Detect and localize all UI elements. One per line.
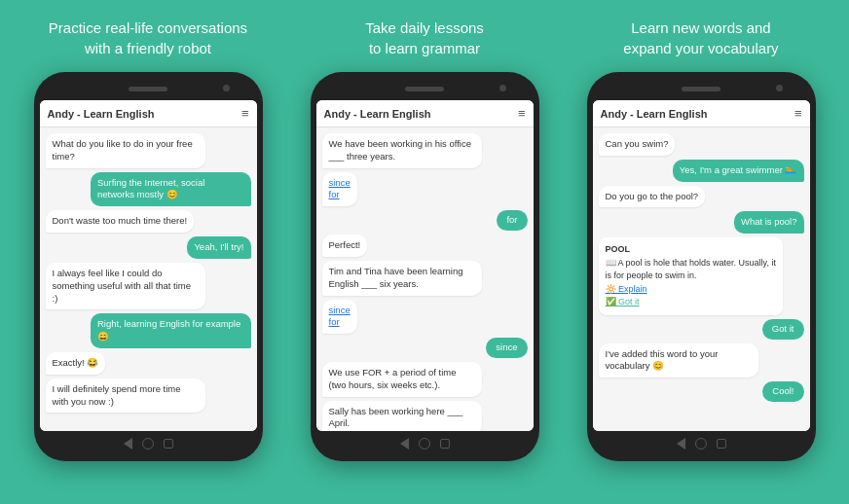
speaker-icon-2	[405, 87, 444, 91]
home-button-icon-2	[419, 438, 430, 450]
msg-p1-2: Surfing the Internet, social networks mo…	[91, 172, 251, 207]
msg-p1-5: I always feel like I could do something …	[46, 263, 206, 309]
hamburger-icon-2: ≡	[518, 106, 526, 121]
caption-3: Learn new words and expand your vocabula…	[574, 18, 828, 58]
hamburger-icon-3: ≡	[794, 106, 802, 121]
msg-p2-2: Perfect!	[322, 234, 368, 257]
msg-p3-2: Yes, I'm a great swimmer 🏊	[673, 160, 804, 182]
back-button-icon	[124, 438, 132, 450]
msg-p2-ans2: since	[486, 338, 527, 358]
camera-icon-2	[499, 85, 506, 91]
phone-3: Andy - Learn English ≡ Can you swim? Yes…	[587, 72, 816, 461]
msg-p2-3: Tim and Tina have been learning English …	[322, 261, 483, 296]
phones-row: Andy - Learn English ≡ What do you like …	[10, 72, 839, 461]
phone-1-chat: What do you like to do in your free time…	[40, 127, 257, 431]
recents-button-icon-3	[717, 439, 726, 449]
phone-1-screen: Andy - Learn English ≡ What do you like …	[40, 100, 257, 431]
home-button-icon-3	[695, 438, 707, 450]
camera-icon-3	[776, 85, 783, 91]
msg-p2-link1: sincefor	[322, 172, 357, 207]
msg-p1-1: What do you like to do in your free time…	[46, 133, 206, 168]
msg-p1-3: Don't waste too much time there!	[46, 210, 195, 233]
phone-2-title: Andy - Learn English	[324, 108, 431, 120]
phone-1-header: Andy - Learn English ≡	[40, 100, 257, 127]
recents-button-icon-2	[440, 439, 450, 449]
camera-icon	[223, 85, 230, 91]
caption-2: Take daily lessons to learn grammar	[298, 18, 551, 58]
phone-1: Andy - Learn English ≡ What do you like …	[34, 72, 263, 461]
msg-p2-1: We have been working in his office ___ t…	[322, 133, 483, 168]
phone-3-bottom-bar	[593, 434, 810, 453]
vocab-gotit-link: ✅ Got it	[606, 296, 777, 309]
speaker-icon	[129, 87, 167, 91]
captions-row: Practice real-life conversations with a …	[10, 18, 839, 58]
phone-1-top-bar	[40, 80, 257, 97]
phone-3-top-bar	[593, 80, 810, 97]
hamburger-icon: ≡	[241, 106, 249, 121]
msg-p2-link2: sincefor	[322, 300, 357, 335]
phone-2-bottom-bar	[316, 434, 534, 453]
phone-1-title: Andy - Learn English	[48, 108, 155, 120]
speaker-icon-3	[682, 87, 720, 91]
phone-3-screen: Andy - Learn English ≡ Can you swim? Yes…	[593, 100, 810, 431]
msg-p1-7: Exactly! 😂	[46, 352, 106, 375]
home-button-icon	[142, 438, 154, 450]
phone-2-chat: We have been working in his office ___ t…	[316, 127, 534, 431]
msg-p1-8: I will definitely spend more time with y…	[46, 378, 206, 414]
phone-2-screen: Andy - Learn English ≡ We have been work…	[316, 100, 534, 431]
msg-p3-6: I've added this word to your vocabulary …	[599, 343, 759, 378]
msg-p2-5: Sally has been working here ___ April.	[322, 401, 483, 431]
vocab-block: POOL 📖 A pool is hole that holds water. …	[599, 237, 784, 315]
phone-3-chat: Can you swim? Yes, I'm a great swimmer 🏊…	[593, 127, 810, 431]
msg-p3-7: Cool!	[762, 381, 803, 402]
msg-p3-3: Do you go to the pool?	[599, 186, 706, 208]
msg-p3-4: What is pool?	[734, 211, 804, 234]
msg-p3-5: Got it	[762, 319, 804, 340]
vocab-definition: 📖 A pool is hole that holds water. Usual…	[606, 257, 777, 283]
phone-3-header: Andy - Learn English ≡	[593, 100, 810, 127]
recents-button-icon	[164, 439, 173, 449]
msg-p3-1: Can you swim?	[599, 133, 676, 156]
vocab-word: POOL	[606, 243, 777, 257]
phone-1-bottom-bar	[40, 434, 257, 453]
msg-p2-4: We use FOR + a period of time (two hours…	[322, 362, 483, 397]
vocab-explain-link: 🔆 Explain	[606, 283, 777, 297]
msg-p1-4: Yeah, I'll try!	[187, 236, 250, 259]
msg-p2-ans1: for	[497, 210, 527, 231]
caption-1: Practice real-life conversations with a …	[21, 18, 275, 58]
back-button-icon-2	[400, 438, 409, 450]
phone-2-header: Andy - Learn English ≡	[316, 100, 534, 127]
msg-p1-6: Right, learning English for example 😄	[91, 313, 251, 348]
phone-2: Andy - Learn English ≡ We have been work…	[311, 72, 539, 461]
back-button-icon-3	[677, 438, 685, 450]
phone-3-title: Andy - Learn English	[601, 108, 708, 120]
phone-2-top-bar	[316, 80, 534, 97]
